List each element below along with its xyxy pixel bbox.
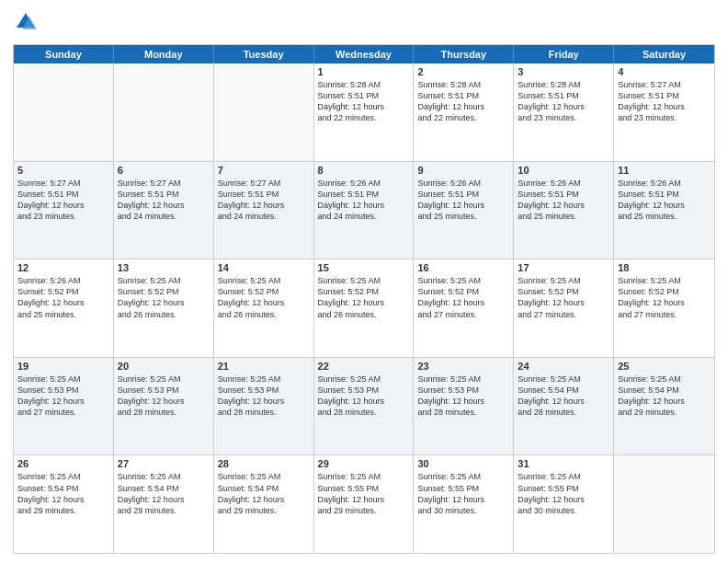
day-number: 21 xyxy=(218,361,310,372)
day-number: 13 xyxy=(118,262,210,273)
day-number: 24 xyxy=(518,361,609,372)
calendar-cell: 12Sunrise: 5:26 AM Sunset: 5:52 PM Dayli… xyxy=(14,259,114,357)
day-info: Sunrise: 5:25 AM Sunset: 5:53 PM Dayligh… xyxy=(218,373,310,419)
day-info: Sunrise: 5:27 AM Sunset: 5:51 PM Dayligh… xyxy=(618,79,711,124)
calendar-header: SundayMondayTuesdayWednesdayThursdayFrid… xyxy=(14,45,714,63)
day-number: 31 xyxy=(518,458,609,469)
calendar-cell: 8Sunrise: 5:26 AM Sunset: 5:51 PM Daylig… xyxy=(314,162,415,259)
calendar-cell: 21Sunrise: 5:25 AM Sunset: 5:53 PM Dayli… xyxy=(214,358,314,455)
calendar-cell: 11Sunrise: 5:26 AM Sunset: 5:51 PM Dayli… xyxy=(614,162,714,259)
calendar-row: 5Sunrise: 5:27 AM Sunset: 5:51 PM Daylig… xyxy=(14,161,714,259)
calendar-cell: 10Sunrise: 5:26 AM Sunset: 5:51 PM Dayli… xyxy=(514,162,614,259)
day-number: 11 xyxy=(618,165,711,176)
calendar-cell xyxy=(214,63,314,161)
logo-icon xyxy=(13,9,39,35)
weekday-header: Friday xyxy=(514,45,614,63)
day-info: Sunrise: 5:25 AM Sunset: 5:55 PM Dayligh… xyxy=(318,471,410,516)
weekday-header: Sunday xyxy=(14,45,114,63)
calendar-cell: 2Sunrise: 5:28 AM Sunset: 5:51 PM Daylig… xyxy=(414,63,514,161)
weekday-header: Saturday xyxy=(614,45,714,63)
day-number: 5 xyxy=(17,165,109,176)
day-number: 1 xyxy=(318,66,410,77)
calendar-cell: 16Sunrise: 5:25 AM Sunset: 5:52 PM Dayli… xyxy=(414,259,514,357)
calendar-cell: 27Sunrise: 5:25 AM Sunset: 5:54 PM Dayli… xyxy=(114,455,214,553)
day-number: 28 xyxy=(218,458,310,469)
calendar-cell: 5Sunrise: 5:27 AM Sunset: 5:51 PM Daylig… xyxy=(14,162,114,259)
day-number: 18 xyxy=(618,262,711,273)
calendar-row: 19Sunrise: 5:25 AM Sunset: 5:53 PM Dayli… xyxy=(14,357,714,455)
day-number: 23 xyxy=(417,361,509,372)
calendar-cell xyxy=(614,455,714,553)
day-info: Sunrise: 5:25 AM Sunset: 5:54 PM Dayligh… xyxy=(618,373,711,419)
calendar-cell: 22Sunrise: 5:25 AM Sunset: 5:53 PM Dayli… xyxy=(314,358,415,455)
day-info: Sunrise: 5:28 AM Sunset: 5:51 PM Dayligh… xyxy=(417,79,509,124)
calendar-cell: 1Sunrise: 5:28 AM Sunset: 5:51 PM Daylig… xyxy=(314,63,415,161)
day-info: Sunrise: 5:25 AM Sunset: 5:52 PM Dayligh… xyxy=(318,275,410,320)
day-info: Sunrise: 5:26 AM Sunset: 5:51 PM Dayligh… xyxy=(618,178,711,223)
calendar-cell: 24Sunrise: 5:25 AM Sunset: 5:54 PM Dayli… xyxy=(514,358,614,455)
day-info: Sunrise: 5:25 AM Sunset: 5:54 PM Dayligh… xyxy=(218,471,310,516)
calendar-cell: 3Sunrise: 5:28 AM Sunset: 5:51 PM Daylig… xyxy=(514,63,614,161)
day-info: Sunrise: 5:25 AM Sunset: 5:54 PM Dayligh… xyxy=(118,471,210,516)
weekday-header: Monday xyxy=(114,45,214,63)
day-number: 16 xyxy=(417,262,509,273)
day-number: 10 xyxy=(518,165,609,176)
weekday-header: Thursday xyxy=(414,45,514,63)
day-info: Sunrise: 5:25 AM Sunset: 5:54 PM Dayligh… xyxy=(518,373,609,419)
calendar-cell: 9Sunrise: 5:26 AM Sunset: 5:51 PM Daylig… xyxy=(414,162,514,259)
day-number: 29 xyxy=(318,458,410,469)
weekday-header: Tuesday xyxy=(214,45,314,63)
day-info: Sunrise: 5:27 AM Sunset: 5:51 PM Dayligh… xyxy=(218,178,310,223)
calendar-cell: 15Sunrise: 5:25 AM Sunset: 5:52 PM Dayli… xyxy=(314,259,415,357)
calendar-cell: 4Sunrise: 5:27 AM Sunset: 5:51 PM Daylig… xyxy=(614,63,714,161)
calendar-cell: 20Sunrise: 5:25 AM Sunset: 5:53 PM Dayli… xyxy=(114,358,214,455)
day-number: 30 xyxy=(417,458,509,469)
calendar-cell: 23Sunrise: 5:25 AM Sunset: 5:53 PM Dayli… xyxy=(414,358,514,455)
day-number: 27 xyxy=(118,458,210,469)
day-info: Sunrise: 5:25 AM Sunset: 5:52 PM Dayligh… xyxy=(118,275,210,320)
day-number: 25 xyxy=(618,361,711,372)
calendar-cell: 31Sunrise: 5:25 AM Sunset: 5:55 PM Dayli… xyxy=(514,455,614,553)
day-info: Sunrise: 5:25 AM Sunset: 5:52 PM Dayligh… xyxy=(618,275,711,320)
calendar-cell: 18Sunrise: 5:25 AM Sunset: 5:52 PM Dayli… xyxy=(614,259,714,357)
day-number: 14 xyxy=(218,262,310,273)
calendar-cell: 30Sunrise: 5:25 AM Sunset: 5:55 PM Dayli… xyxy=(414,455,514,553)
day-info: Sunrise: 5:25 AM Sunset: 5:54 PM Dayligh… xyxy=(17,471,109,516)
day-info: Sunrise: 5:27 AM Sunset: 5:51 PM Dayligh… xyxy=(118,178,210,223)
day-info: Sunrise: 5:26 AM Sunset: 5:52 PM Dayligh… xyxy=(17,275,109,320)
logo xyxy=(13,9,42,35)
day-number: 20 xyxy=(118,361,210,372)
calendar-cell xyxy=(14,63,114,161)
weekday-header: Wednesday xyxy=(314,45,415,63)
calendar-cell: 17Sunrise: 5:25 AM Sunset: 5:52 PM Dayli… xyxy=(514,259,614,357)
day-number: 3 xyxy=(518,66,609,77)
day-info: Sunrise: 5:28 AM Sunset: 5:51 PM Dayligh… xyxy=(318,79,410,124)
day-info: Sunrise: 5:25 AM Sunset: 5:55 PM Dayligh… xyxy=(518,471,609,516)
calendar-row: 1Sunrise: 5:28 AM Sunset: 5:51 PM Daylig… xyxy=(14,63,714,161)
day-number: 19 xyxy=(17,361,109,372)
day-number: 8 xyxy=(318,165,410,176)
day-info: Sunrise: 5:26 AM Sunset: 5:51 PM Dayligh… xyxy=(518,178,609,223)
day-number: 7 xyxy=(218,165,310,176)
day-number: 22 xyxy=(318,361,410,372)
day-info: Sunrise: 5:25 AM Sunset: 5:55 PM Dayligh… xyxy=(417,471,509,516)
day-info: Sunrise: 5:28 AM Sunset: 5:51 PM Dayligh… xyxy=(518,79,609,124)
calendar-cell: 19Sunrise: 5:25 AM Sunset: 5:53 PM Dayli… xyxy=(14,358,114,455)
day-number: 15 xyxy=(318,262,410,273)
day-info: Sunrise: 5:25 AM Sunset: 5:52 PM Dayligh… xyxy=(518,275,609,320)
calendar-cell: 13Sunrise: 5:25 AM Sunset: 5:52 PM Dayli… xyxy=(114,259,214,357)
day-info: Sunrise: 5:26 AM Sunset: 5:51 PM Dayligh… xyxy=(417,178,509,223)
calendar-cell: 28Sunrise: 5:25 AM Sunset: 5:54 PM Dayli… xyxy=(214,455,314,553)
day-number: 2 xyxy=(417,66,509,77)
day-number: 6 xyxy=(118,165,210,176)
calendar-body: 1Sunrise: 5:28 AM Sunset: 5:51 PM Daylig… xyxy=(14,63,714,553)
calendar-cell: 29Sunrise: 5:25 AM Sunset: 5:55 PM Dayli… xyxy=(314,455,415,553)
day-info: Sunrise: 5:27 AM Sunset: 5:51 PM Dayligh… xyxy=(17,178,109,223)
calendar-row: 26Sunrise: 5:25 AM Sunset: 5:54 PM Dayli… xyxy=(14,454,714,553)
page: SundayMondayTuesdayWednesdayThursdayFrid… xyxy=(0,0,728,563)
day-info: Sunrise: 5:25 AM Sunset: 5:53 PM Dayligh… xyxy=(417,373,509,419)
day-info: Sunrise: 5:25 AM Sunset: 5:53 PM Dayligh… xyxy=(17,373,109,419)
day-info: Sunrise: 5:25 AM Sunset: 5:53 PM Dayligh… xyxy=(318,373,410,419)
day-info: Sunrise: 5:26 AM Sunset: 5:51 PM Dayligh… xyxy=(318,178,410,223)
day-number: 26 xyxy=(17,458,109,469)
